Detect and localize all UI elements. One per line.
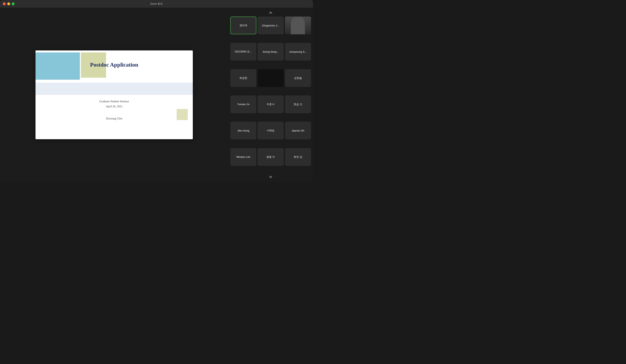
participant-name: 서해송 [265,129,276,132]
participant-name: 호연 김 [292,155,304,159]
participant-tile[interactable]: 김한솔 [285,69,311,87]
participant-tile[interactable]: Yunseo Jo [230,95,256,113]
participant-name: Woojoo Lee [235,155,252,158]
participant-name: Jiho Hong [236,129,251,132]
participant-name: (Organizer) J... [260,24,281,27]
participant-tile[interactable]: 호연 김 [285,148,311,166]
window-controls [3,2,14,5]
participant-tile[interactable]: Jeong-Seop... [258,43,283,61]
maximize-button[interactable] [12,2,14,5]
participant-name: Jeong-Seop... [261,50,280,53]
video-feed [285,17,311,34]
nav-down-button[interactable] [230,174,311,180]
participant-name: 최경한 [238,76,249,80]
participant-name: 권민재 [238,24,249,27]
participant-tile[interactable] [285,17,311,34]
participant-tile[interactable]: 원웅 이 [258,148,283,166]
minimize-button[interactable] [7,2,10,5]
participant-name: Yunseo Jo [235,103,251,106]
participant-name: Jaemin Oh [290,129,306,132]
participant-name: 우준서 [265,103,276,106]
participant-name: 현섭 오 [292,103,304,106]
slide-stripe [36,83,193,95]
participant-name: 김한솔 [292,76,304,80]
participant-tile[interactable]: 서해송 [258,122,283,139]
participant-tile[interactable]: Woojoo Lee [230,148,256,166]
participant-tile[interactable]: Jaemin Oh [285,122,311,139]
participants-panel: 권민재 (Organizer) J... 20215594 조... Jeong [228,8,313,182]
titlebar: Zoom 회의 [0,0,313,8]
participant-tile[interactable]: 권민재 [230,17,256,34]
video-silhouette [291,17,305,34]
participant-tile[interactable]: 최경한 [230,69,256,87]
close-button[interactable] [3,2,6,5]
participant-name: 20215594 조... [233,50,254,53]
participant-tile[interactable]: 우준서 [258,95,283,113]
participant-tile[interactable]: 현섭 오 [285,95,311,113]
main-content: Postdoc Application Graduate Student Sem… [0,8,313,182]
slide-subtitle: Graduate Student Seminar April 26, 2022 [36,99,193,109]
participant-tile[interactable]: (Organizer) J... [258,17,283,34]
participant-tile[interactable]: Jiho Hong [230,122,256,139]
participants-grid: 권민재 (Organizer) J... 20215594 조... Jeong [230,17,311,173]
participant-tile[interactable]: 20215594 조... [230,43,256,61]
participant-tile[interactable] [258,69,283,87]
slide-container: Postdoc Application Graduate Student Sem… [36,50,193,139]
window-title: Zoom 회의 [150,2,163,6]
participant-name: 원웅 이 [265,155,277,159]
slide-title: Postdoc Application [36,62,193,68]
nav-up-button[interactable] [230,10,311,16]
slide-author: Doosung Choi [36,117,193,120]
presentation-area: Postdoc Application Graduate Student Sem… [0,8,228,182]
participant-tile[interactable]: Juneyoung S... [285,43,311,61]
zoom-window: Zoom 회의 Postdoc Application Graduate Stu… [0,0,313,182]
slide-header [36,50,193,86]
participant-name: Juneyoung S... [288,50,308,53]
